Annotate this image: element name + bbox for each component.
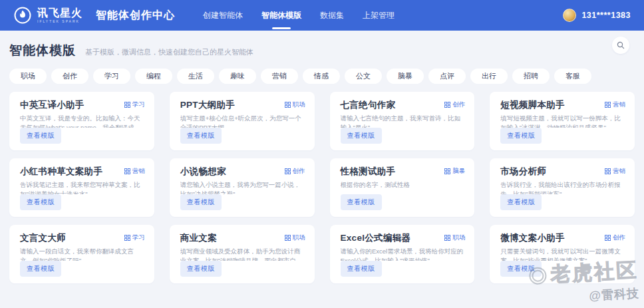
card-category: 脑暴 [444,167,465,176]
category-grid-icon [124,102,130,108]
filter-pill[interactable]: 出行 [470,69,508,84]
view-template-button[interactable]: 查看模版 [180,128,222,144]
nav-item-datasets[interactable]: 数据集 [320,0,344,31]
category-grid-icon [444,235,450,241]
filter-bar: 职场 创作 学习 编程 生活 趣味 营销 情感 公文 脑暴 点评 出行 招聘 客… [0,66,644,90]
template-grid: 中英互译小助手 学习 中英文互译，我是专业的。比如输入：今天天气如何/what'… [0,90,644,283]
card-category: 职场 [285,233,305,242]
user-account[interactable]: 131****1383 [563,9,631,22]
card-title: 小红书种草文案助手 [20,166,102,178]
card-title: 七言绝句作家 [341,99,396,111]
filter-pill[interactable]: 客服 [554,69,591,84]
view-template-button[interactable]: 查看模版 [500,261,542,277]
category-grid-icon [444,102,450,108]
brand: 讯飞星火 IFLYTEK SPARK 智能体创作中心 [13,6,175,25]
filter-pill[interactable]: 公文 [345,69,382,84]
card-category-label: 学习 [132,233,145,242]
template-card: 七言绝句作家 创作 请输入七言绝句的主题，我来写首诗，比如输入"星火" 查看模版 [330,92,475,150]
card-category-label: 营销 [613,167,625,176]
view-template-button[interactable]: 查看模版 [20,128,61,144]
filter-pill[interactable]: 职场 [9,69,47,84]
category-grid-icon [285,235,291,241]
card-title: PPT大纲助手 [180,99,235,111]
card-category: 创作 [444,100,465,109]
template-card: 市场分析师 营销 告诉我行业，我能给出该行业的市场分析报告，比如"新能源汽车" … [490,158,635,217]
category-grid-icon [605,102,611,108]
filter-pill[interactable]: 创作 [51,69,88,84]
filter-pill[interactable]: 学习 [93,69,130,84]
top-navigation-bar: 讯飞星火 IFLYTEK SPARK 智能体创作中心 创建智能体 智能体模版 数… [0,0,644,31]
view-template-button[interactable]: 查看模版 [500,128,542,144]
card-category-label: 创作 [293,167,305,176]
filter-pill[interactable]: 生活 [177,69,214,84]
search-icon [617,41,625,49]
filter-pill[interactable]: 脑暴 [387,69,424,84]
template-card: 微博文案小助手 创作 只需要关键词句，我就可以写出一篇微博文案，比如"毕业季相关… [490,225,635,283]
card-description: 请输入七言绝句的主题，我来写首诗，比如输入"星火" [341,114,466,128]
view-template-button[interactable]: 查看模版 [341,194,382,210]
card-title: 市场分析师 [500,166,546,178]
brand-subname: IFLYTEK SPARK [37,20,82,23]
filter-pill[interactable]: 编程 [135,69,172,84]
card-category-label: 脑暴 [452,167,465,176]
page-title: 智能体模版 [9,42,76,59]
nav-item-create-agent[interactable]: 创建智能体 [203,0,243,31]
card-description: 请您输入小说主题，我将为您写一篇小说，比如"决战紫禁之巅" [180,180,305,194]
search-button[interactable] [612,37,629,54]
card-category: 职场 [285,100,305,109]
user-avatar[interactable] [563,9,576,22]
page-subtitle: 基于模版，微调信息，快速创建您自己的星火智能体 [85,47,253,57]
card-title: Excel公式编辑器 [341,232,411,244]
card-category: 创作 [285,167,305,176]
card-description: 告诉我笔记主题，我来帮您写种草文案，比如"滋润养护女士洗发水" [20,180,145,194]
card-category: 营销 [124,167,145,176]
view-template-button[interactable]: 查看模版 [20,261,61,277]
view-template-button[interactable]: 查看模版 [20,194,61,210]
view-template-button[interactable]: 查看模版 [500,194,542,210]
view-template-button[interactable]: 查看模版 [341,128,382,144]
filter-pill[interactable]: 点评 [428,69,466,84]
card-category: 创作 [605,233,625,242]
category-grid-icon [444,168,450,174]
nav-item-publish-management[interactable]: 上架管理 [363,0,395,31]
template-card: 文言文大师 学习 请输入一段白话文，我来帮你翻译成文言文，例如"你吃饭了吗" 查… [9,225,154,283]
card-title: 性格测试助手 [341,166,396,178]
template-card: 性格测试助手 脑暴 根据你的名字，测试性格 查看模版 [330,158,475,217]
view-template-button[interactable]: 查看模版 [341,261,382,277]
brand-name: 讯飞星火 [37,8,82,19]
filter-pill[interactable]: 情感 [303,69,340,84]
page-header: 智能体模版 基于模版，微调信息，快速创建您自己的星火智能体 [0,31,644,66]
card-category-label: 创作 [613,233,625,242]
card-category-label: 职场 [293,100,305,109]
template-card: PPT大纲助手 职场 填写主题+核心信息+听众层次，为您写一个合适的PPT大纲。… [170,92,315,150]
card-title: 小说畅想家 [180,166,226,178]
card-description: 请输入一段白话文，我来帮你翻译成文言文，例如"你吃饭了吗" [20,247,145,261]
category-grid-icon [285,102,291,108]
card-title: 商业文案 [180,232,217,244]
template-card: 小说畅想家 创作 请您输入小说主题，我将为您写一篇小说，比如"决战紫禁之巅" 查… [170,158,315,217]
filter-pill[interactable]: 趣味 [219,69,256,84]
card-description: 告诉我行业，我能给出该行业的市场分析报告，比如"新能源汽车" [500,180,625,194]
card-category-label: 营销 [132,167,145,176]
template-card: 小红书种草文案助手 营销 告诉我笔记主题，我来帮您写种草文案，比如"滋润养护女士… [9,158,154,217]
view-template-button[interactable]: 查看模版 [180,194,222,210]
card-category: 职场 [444,233,465,242]
card-category: 营销 [605,100,625,109]
card-title: 微博文案小助手 [500,232,565,244]
card-category-label: 创作 [452,100,465,109]
template-card: 短视频脚本助手 营销 填写短视频主题，我就可以写一份脚本，比如输入"冰淇淋、动物… [490,92,635,150]
category-grid-icon [605,168,611,174]
filter-pill[interactable]: 营销 [261,69,298,84]
user-phone: 131****1383 [581,11,631,20]
card-category-label: 学习 [132,100,145,109]
filter-pill[interactable]: 招聘 [512,69,550,84]
card-description: 中英文互译，我是专业的。比如输入：今天天气如何/what's your name… [20,114,145,128]
template-card: 中英互译小助手 学习 中英文互译，我是专业的。比如输入：今天天气如何/what'… [9,92,154,150]
nav-item-agent-templates[interactable]: 智能体模版 [261,0,301,31]
category-grid-icon [124,235,130,241]
main-nav: 创建智能体 智能体模版 数据集 上架管理 [203,0,395,31]
template-card: 商业文案 职场 填写商业领域及受众群体，助手为您设计商业文案，比如"连锁咖啡品牌… [170,225,315,283]
card-description: 请输入你的Excel需求场景，我将给你对应的Excel公式，比如输入"求平均值" [341,247,466,261]
view-template-button[interactable]: 查看模版 [180,261,222,277]
card-description: 填写主题+核心信息+听众层次，为您写一个合适的PPT大纲。 [180,114,305,128]
